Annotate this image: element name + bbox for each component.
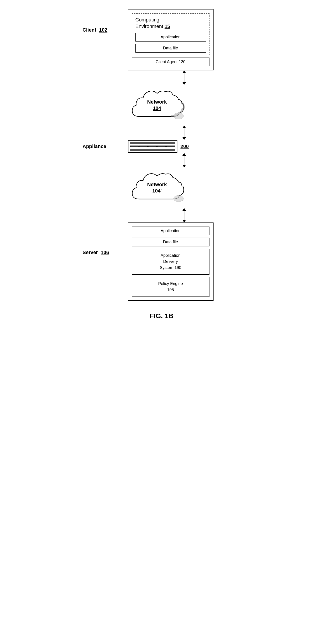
appliance-device-area: 200 [128, 140, 189, 153]
policy-ref: 195 [167, 288, 174, 292]
appliance-text: Appliance [82, 144, 106, 149]
server-row: Server 106 Application Data file Applica… [82, 222, 240, 301]
appliance-device [128, 140, 178, 153]
network1-text: Network [147, 99, 167, 105]
svg-point-1 [174, 196, 184, 202]
server-ref: 106 [101, 250, 109, 255]
datafile-box-client: Data file [136, 44, 206, 52]
env-title: ComputingEnvironment 15 [136, 17, 206, 30]
network2-row: Network 104' [82, 168, 240, 208]
appliance-ref: 200 [180, 144, 189, 149]
appliance-row: Appliance 200 [82, 140, 240, 153]
diagram-container: Client 102 ComputingEnvironment 15 Appli… [82, 9, 240, 320]
agent-label: Client Agent 120 [156, 60, 185, 64]
client-agent-box: Client Agent 120 [132, 58, 210, 66]
computing-env-box: ComputingEnvironment 15 Application Data… [132, 13, 210, 55]
arrow-network2-to-server [182, 208, 186, 222]
appliance-slots [130, 145, 175, 148]
figure-label: FIG. 1B [150, 312, 173, 320]
network2-label: Network 104' [147, 182, 167, 194]
appliance-ref-label: 200 [180, 144, 189, 150]
network1-row: Network 104 [82, 85, 240, 126]
network1-ref: 104 [153, 106, 161, 111]
figure-text: FIG. 1B [150, 312, 173, 320]
app-label-server: Application [160, 228, 180, 233]
client-row: Client 102 ComputingEnvironment 15 Appli… [82, 9, 240, 70]
app-box-server: Application [132, 226, 210, 235]
datafile-label-server: Data file [163, 240, 178, 244]
client-text: Client [82, 27, 96, 33]
network2-text: Network [147, 182, 167, 187]
appliance-bar2 [130, 149, 175, 151]
appliance-bar1 [130, 142, 175, 144]
network1-cloud: Network 104 [128, 85, 186, 126]
arrow-appliance-to-network2 [182, 153, 186, 168]
client-label: Client 102 [82, 27, 128, 33]
client-ref: 102 [99, 27, 108, 33]
svg-point-0 [174, 113, 184, 119]
server-text: Server [82, 250, 98, 255]
network2-ref: 104' [152, 188, 162, 194]
network1-label: Network 104 [147, 99, 167, 112]
app-label-client: Application [160, 35, 180, 39]
env-ref: 15 [164, 24, 170, 29]
datafile-box-server: Data file [132, 238, 210, 246]
server-box: Application Data file ApplicationDeliver… [128, 222, 214, 301]
ads-ref: 190 [174, 265, 181, 270]
arrow-client-to-network [182, 70, 186, 85]
ads-box: ApplicationDeliverySystem 190 [132, 249, 210, 274]
client-box: ComputingEnvironment 15 Application Data… [128, 9, 214, 70]
appliance-label: Appliance [82, 144, 128, 150]
policy-box: Policy Engine195 [132, 277, 210, 297]
server-label: Server 106 [82, 250, 128, 256]
arrow-network1-to-appliance [182, 126, 186, 140]
app-box-client: Application [136, 33, 206, 42]
datafile-label-client: Data file [163, 46, 178, 50]
network2-cloud: Network 104' [128, 168, 186, 208]
